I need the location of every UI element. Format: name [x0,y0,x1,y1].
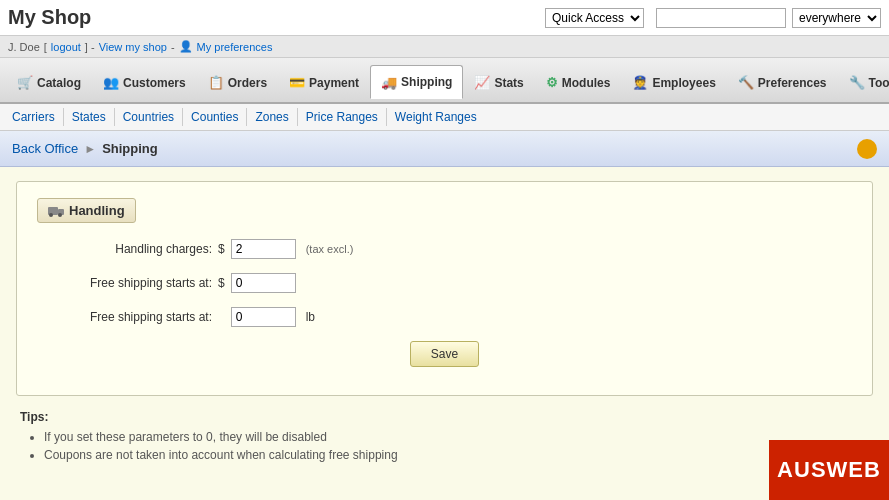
nav-employees[interactable]: 👮 Employees [621,65,726,99]
main-nav: 🛒 Catalog 👥 Customers 📋 Orders 💳 Payment… [0,58,889,104]
breadcrumb: Back Office ► Shipping [12,141,158,156]
handling-charges-input[interactable] [231,239,296,259]
nav-stats[interactable]: 📈 Stats [463,65,534,99]
tips-list: If you set these parameters to 0, they w… [20,430,869,462]
modules-icon: ⚙ [546,75,558,90]
free-shipping-weight-row: Free shipping starts at: $ lb [37,307,852,327]
catalog-icon: 🛒 [17,75,33,90]
logout-link[interactable]: logout [51,41,81,53]
subnav-price-ranges[interactable]: Price Ranges [298,108,387,126]
handling-title-bar: Handling [37,198,852,223]
nav-modules[interactable]: ⚙ Modules [535,65,622,99]
username: J. Doe [8,41,40,53]
save-button[interactable]: Save [410,341,479,367]
nav-preferences[interactable]: 🔨 Preferences [727,65,838,99]
shop-title: My Shop [8,6,545,29]
stats-icon: 📈 [474,75,490,90]
currency-sign-1: $ [218,242,225,256]
free-shipping-amount-row: Free shipping starts at: $ [37,273,852,293]
subnav-zones[interactable]: Zones [247,108,297,126]
nav-customers[interactable]: 👥 Customers [92,65,197,99]
free-shipping-amount-label: Free shipping starts at: [37,276,212,290]
quick-access-select[interactable]: Quick Access [545,8,644,28]
nav-catalog[interactable]: 🛒 Catalog [6,65,92,99]
subnav-countries[interactable]: Countries [115,108,183,126]
watermark-text: AUSWEB [777,457,881,483]
tools-icon: 🔧 [849,75,865,90]
nav-orders[interactable]: 📋 Orders [197,65,278,99]
person-icon: 👤 [179,40,193,53]
top-bar: My Shop Quick Access everywhere [0,0,889,36]
breadcrumb-bar: Back Office ► Shipping [0,131,889,167]
breadcrumb-separator: ► [84,142,96,156]
watermark: AUSWEB [769,440,889,500]
handling-title: Handling [37,198,136,223]
handling-title-icon [48,205,64,217]
handling-charges-hint: (tax excl.) [306,243,354,255]
view-shop-link[interactable]: View my shop [99,41,167,53]
breadcrumb-help-icon [857,139,877,159]
tip-item-2: Coupons are not taken into account when … [44,448,869,462]
customers-icon: 👥 [103,75,119,90]
nav-payment[interactable]: 💳 Payment [278,65,370,99]
tips-label: Tips: [20,410,869,424]
handling-charges-row: Handling charges: $ (tax excl.) [37,239,852,259]
save-row: Save [37,341,852,367]
preferences-icon: 🔨 [738,75,754,90]
handling-box: Handling Handling charges: $ (tax excl.)… [16,181,873,396]
content-area: Handling Handling charges: $ (tax excl.)… [0,167,889,480]
sub-nav: Carriers States Countries Counties Zones… [0,104,889,131]
shipping-icon: 🚚 [381,75,397,90]
free-shipping-weight-label: Free shipping starts at: [37,310,212,324]
svg-point-3 [58,213,62,217]
orders-icon: 📋 [208,75,224,90]
currency-sign-2: $ [218,276,225,290]
breadcrumb-current: Shipping [102,141,158,156]
svg-point-2 [49,213,53,217]
user-bar: J. Doe [logout] - View my shop - 👤 My pr… [0,36,889,58]
free-shipping-amount-input[interactable] [231,273,296,293]
my-preferences-link[interactable]: My preferences [197,41,273,53]
tips-section: Tips: If you set these parameters to 0, … [16,410,873,462]
nav-shipping[interactable]: 🚚 Shipping [370,65,463,99]
subnav-weight-ranges[interactable]: Weight Ranges [387,108,485,126]
search-input[interactable] [656,8,786,28]
employees-icon: 👮 [632,75,648,90]
free-shipping-weight-input[interactable] [231,307,296,327]
payment-icon: 💳 [289,75,305,90]
quick-access-wrapper: Quick Access everywhere [545,8,881,28]
subnav-carriers[interactable]: Carriers [12,108,64,126]
everywhere-select[interactable]: everywhere [792,8,881,28]
tip-item-1: If you set these parameters to 0, they w… [44,430,869,444]
subnav-states[interactable]: States [64,108,115,126]
subnav-counties[interactable]: Counties [183,108,247,126]
handling-charges-label: Handling charges: [37,242,212,256]
nav-tools[interactable]: 🔧 Tools [838,65,889,99]
breadcrumb-parent[interactable]: Back Office [12,141,78,156]
weight-unit-label: lb [306,310,315,324]
